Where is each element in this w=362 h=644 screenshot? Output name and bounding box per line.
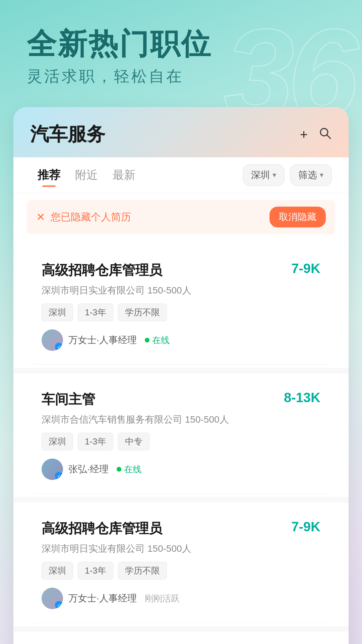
card-actions: +: [300, 126, 332, 143]
notice-banner: ✕ 您已隐藏个人简历 取消隐藏: [27, 200, 335, 234]
job-title-2: 车间主管: [42, 390, 95, 409]
online-dot-2: [117, 467, 121, 472]
job-salary-2: 8-13K: [284, 390, 320, 405]
recruiter-avatar-2: ✓: [42, 459, 63, 480]
job-recruiter-2: ✓ 张弘·经理 在线: [42, 459, 320, 480]
online-badge-1: 在线: [145, 334, 170, 346]
job-header-1: 高级招聘仓库管理员 7-9K: [42, 261, 320, 279]
city-filter-chevron: ▾: [273, 171, 276, 179]
job-salary-1: 7-9K: [291, 261, 320, 276]
job-tag-exp-2: 1-3年: [78, 433, 113, 450]
job-card-2[interactable]: 车间主管 8-13K 深圳市合信汽车销售服务有限公司 150-500人 深圳 1…: [27, 377, 335, 494]
job-list: 高级招聘仓库管理员 7-9K 深圳市明日实业有限公司 150-500人 深圳 1…: [13, 241, 349, 644]
page-title: 全新热门职位: [27, 27, 339, 61]
tab-recommend[interactable]: 推荐: [30, 164, 68, 186]
job-tags-1: 深圳 1-3年 学历不限: [42, 304, 320, 321]
job-tag-city-2: 深圳: [42, 433, 73, 450]
job-title-3: 高级招聘仓库管理员: [42, 519, 162, 538]
cancel-hide-button[interactable]: 取消隐藏: [269, 207, 326, 227]
svg-line-1: [327, 135, 330, 139]
tab-nearby[interactable]: 附近: [68, 164, 105, 186]
job-header-3: 高级招聘仓库管理员 7-9K: [42, 519, 320, 538]
notice-left: ✕ 您已隐藏个人简历: [36, 210, 131, 224]
notice-close-icon[interactable]: ✕: [36, 211, 45, 223]
city-filter-button[interactable]: 深圳 ▾: [243, 164, 285, 186]
job-company-2: 深圳市合信汽车销售服务有限公司 150-500人: [42, 413, 320, 426]
filter-label: 筛选: [298, 169, 317, 181]
job-tag-exp-1: 1-3年: [78, 304, 113, 321]
job-tag-city-1: 深圳: [42, 304, 73, 321]
card-divider-1: [13, 368, 349, 373]
card-divider-2: [13, 497, 349, 502]
job-recruiter-3: ✓ 万女士·人事经理 刚刚活跃: [42, 588, 320, 609]
recruiter-avatar-3: ✓: [42, 588, 63, 609]
job-tag-edu-3: 学历不限: [118, 562, 167, 580]
job-company-3: 深圳市明日实业有限公司 150-500人: [42, 542, 320, 555]
job-company-1: 深圳市明日实业有限公司 150-500人: [42, 284, 320, 297]
tab-latest[interactable]: 最新: [105, 164, 143, 186]
notice-text: 您已隐藏个人简历: [51, 210, 131, 224]
verified-badge-3: ✓: [55, 601, 63, 609]
job-title-1: 高级招聘仓库管理员: [42, 261, 162, 279]
card-header: 汽车服务 +: [13, 107, 349, 157]
card-divider-3: [13, 626, 349, 632]
job-tag-city-3: 深圳: [42, 562, 73, 580]
recruiter-name-2: 张弘·经理: [68, 463, 109, 476]
recruiter-name-3: 万女士·人事经理: [68, 592, 137, 605]
online-badge-2: 在线: [117, 464, 141, 475]
card-title: 汽车服务: [30, 122, 105, 147]
recruiter-avatar-1: ✓: [42, 329, 63, 351]
job-tag-edu-1: 学历不限: [118, 304, 167, 321]
recent-badge-3: 刚刚活跃: [145, 593, 180, 604]
verified-badge-2: ✓: [55, 472, 63, 480]
page-subtitle: 灵活求职，轻松自在: [27, 66, 339, 87]
recruiter-name-1: 万女士·人事经理: [68, 334, 137, 346]
job-tags-2: 深圳 1-3年 中专: [42, 433, 320, 450]
job-recruiter-1: ✓ 万女士·人事经理 在线: [42, 329, 320, 351]
job-header-2: 车间主管 8-13K: [42, 390, 320, 409]
add-icon[interactable]: +: [300, 127, 308, 142]
header-section: 全新热门职位 灵活求职，轻松自在: [0, 0, 362, 107]
search-icon[interactable]: [318, 126, 332, 143]
filter-button[interactable]: 筛选 ▾: [290, 164, 332, 186]
tabs-row: 推荐 附近 最新 深圳 ▾ 筛选 ▾: [13, 157, 349, 193]
job-tags-3: 深圳 1-3年 学历不限: [42, 562, 320, 580]
verified-badge-1: ✓: [55, 343, 63, 351]
job-card-3[interactable]: 高级招聘仓库管理员 7-9K 深圳市明日实业有限公司 150-500人 深圳 1…: [27, 506, 335, 623]
job-card-4[interactable]: 汽车主播 8-13K 深圳市合信汽车销售服务有限公司 150-500人 深圳 经…: [27, 635, 335, 644]
online-dot-1: [145, 338, 149, 342]
filter-chevron: ▾: [320, 171, 323, 179]
online-text-2: 在线: [124, 464, 141, 475]
job-tag-edu-2: 中专: [118, 433, 149, 450]
job-salary-3: 7-9K: [291, 519, 320, 534]
city-filter-label: 深圳: [251, 169, 270, 181]
main-card: 汽车服务 + 推荐 附近 最新 深圳 ▾ 筛选 ▾ ✕ 您已隐藏: [13, 107, 349, 644]
online-text-1: 在线: [152, 334, 170, 346]
job-card-1[interactable]: 高级招聘仓库管理员 7-9K 深圳市明日实业有限公司 150-500人 深圳 1…: [27, 248, 335, 365]
job-tag-exp-3: 1-3年: [78, 562, 113, 580]
